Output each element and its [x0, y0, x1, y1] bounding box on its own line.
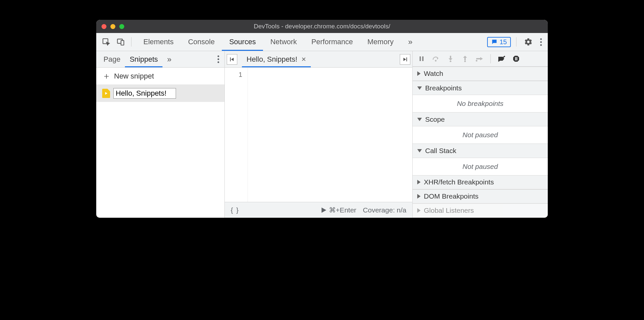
expand-icon — [417, 180, 421, 184]
pause-on-exceptions-icon[interactable] — [511, 55, 522, 62]
snippet-file-row[interactable] — [96, 85, 224, 102]
editor-footer-right: ⌘+Enter Coverage: n/a — [321, 206, 406, 214]
toolbar-right: 15 — [487, 35, 544, 48]
svg-rect-15 — [515, 57, 516, 60]
xhr-section-header[interactable]: XHR/fetch Breakpoints — [413, 175, 548, 189]
kebab-menu-icon[interactable] — [538, 38, 544, 46]
svg-rect-16 — [516, 57, 517, 60]
line-gutter: 1 — [225, 68, 248, 202]
sidebar-more-area — [215, 55, 222, 63]
editor-tabs: Hello, Snippets! ✕ — [225, 51, 412, 68]
collapse-icon — [417, 118, 422, 121]
svg-point-9 — [450, 60, 452, 62]
editor-footer: { } ⌘+Enter Coverage: n/a — [225, 202, 412, 218]
inspect-element-icon[interactable] — [100, 35, 113, 48]
dom-label: DOM Breakpoints — [424, 192, 479, 200]
toolbar-left — [100, 35, 134, 48]
watch-section-header[interactable]: Watch — [413, 67, 548, 81]
device-toolbar-icon[interactable] — [114, 35, 127, 48]
divider — [490, 54, 491, 63]
expand-icon — [417, 194, 421, 199]
tab-performance[interactable]: Performance — [304, 33, 360, 51]
svg-rect-3 — [230, 57, 231, 61]
tab-console[interactable]: Console — [181, 33, 222, 51]
sidebar-tab-snippets[interactable]: Snippets — [125, 51, 162, 67]
svg-rect-10 — [464, 58, 466, 60]
callstack-section-header[interactable]: Call Stack — [413, 144, 548, 158]
collapse-icon — [417, 149, 422, 152]
dom-section-header[interactable]: DOM Breakpoints — [413, 189, 548, 204]
sidebar-more-tabs[interactable] — [162, 51, 176, 67]
line-number-1: 1 — [225, 71, 242, 79]
run-shortcut-label: ⌘+Enter — [329, 206, 356, 214]
scope-body: Not paused — [413, 126, 548, 144]
step-out-icon[interactable] — [459, 55, 471, 62]
step-over-icon[interactable] — [430, 56, 442, 62]
editor-file-name: Hello, Snippets! — [247, 55, 297, 64]
content-area: Page Snippets ＋ New snippet — [96, 51, 548, 218]
editor-text-area[interactable] — [248, 68, 412, 202]
scope-section-header[interactable]: Scope — [413, 112, 548, 126]
divider — [131, 37, 132, 47]
global-listeners-section-header[interactable]: Global Listeners — [413, 204, 548, 218]
devtools-window: DevTools - developer.chrome.com/docs/dev… — [96, 20, 548, 218]
scope-label: Scope — [425, 115, 445, 123]
xhr-label: XHR/fetch Breakpoints — [424, 178, 494, 186]
titlebar: DevTools - developer.chrome.com/docs/dev… — [96, 20, 548, 33]
tab-network[interactable]: Network — [263, 33, 304, 51]
sources-sidebar: Page Snippets ＋ New snippet — [96, 51, 225, 218]
step-into-icon[interactable] — [445, 55, 456, 62]
main-tabs: Elements Console Sources Network Perform… — [136, 33, 420, 51]
breakpoints-section-header[interactable]: Breakpoints — [413, 81, 548, 95]
svg-rect-2 — [121, 41, 124, 45]
tab-elements[interactable]: Elements — [136, 33, 181, 51]
breakpoints-label: Breakpoints — [425, 84, 462, 92]
collapse-icon — [417, 86, 422, 90]
coverage-label[interactable]: Coverage: n/a — [363, 206, 406, 214]
tab-memory[interactable]: Memory — [360, 33, 401, 51]
plus-icon: ＋ — [102, 70, 111, 82]
editor-file-tab[interactable]: Hello, Snippets! ✕ — [242, 51, 311, 67]
editor-nav-prev-icon[interactable] — [227, 54, 237, 65]
pause-icon[interactable] — [416, 56, 427, 62]
editor-nav-next-icon[interactable] — [400, 54, 410, 65]
new-snippet-label: New snippet — [114, 72, 154, 80]
expand-icon — [417, 208, 421, 213]
svg-rect-4 — [406, 57, 407, 61]
global-listeners-label: Global Listeners — [424, 207, 474, 214]
sidebar-tab-page[interactable]: Page — [99, 51, 125, 67]
debug-toolbar — [413, 51, 548, 67]
settings-icon[interactable] — [522, 35, 535, 48]
editor-body[interactable]: 1 — [225, 68, 412, 202]
svg-point-11 — [464, 60, 466, 62]
svg-point-13 — [476, 60, 478, 61]
new-snippet-button[interactable]: ＋ New snippet — [96, 68, 224, 85]
svg-point-7 — [435, 60, 437, 61]
svg-rect-6 — [422, 56, 424, 61]
callstack-body: Not paused — [413, 158, 548, 175]
issues-count: 15 — [500, 38, 507, 46]
snippet-file-icon — [102, 89, 110, 98]
snippet-name-input[interactable] — [113, 88, 176, 99]
run-snippet-button[interactable]: ⌘+Enter — [321, 206, 356, 214]
svg-rect-5 — [420, 56, 421, 61]
breakpoints-body: No breakpoints — [413, 95, 548, 112]
close-tab-icon[interactable]: ✕ — [301, 56, 306, 63]
divider — [516, 37, 516, 47]
editor-pane: Hello, Snippets! ✕ 1 { } ⌘+Enter — [225, 51, 413, 218]
tab-sources[interactable]: Sources — [222, 33, 263, 51]
sidebar-tabs: Page Snippets — [96, 51, 224, 68]
step-icon[interactable] — [474, 56, 485, 62]
main-toolbar: Elements Console Sources Network Perform… — [96, 33, 548, 51]
sidebar-kebab-icon[interactable] — [215, 55, 222, 63]
issues-badge[interactable]: 15 — [487, 37, 511, 47]
callstack-label: Call Stack — [425, 147, 456, 155]
more-tabs-button[interactable] — [401, 33, 420, 51]
svg-rect-12 — [476, 58, 480, 59]
svg-rect-8 — [450, 56, 451, 58]
expand-icon — [417, 71, 421, 76]
window-title: DevTools - developer.chrome.com/docs/dev… — [96, 23, 548, 30]
deactivate-breakpoints-icon[interactable] — [496, 55, 507, 62]
pretty-print-icon[interactable]: { } — [231, 206, 239, 214]
debug-pane: Watch Breakpoints No breakpoints Scope N… — [413, 51, 548, 218]
